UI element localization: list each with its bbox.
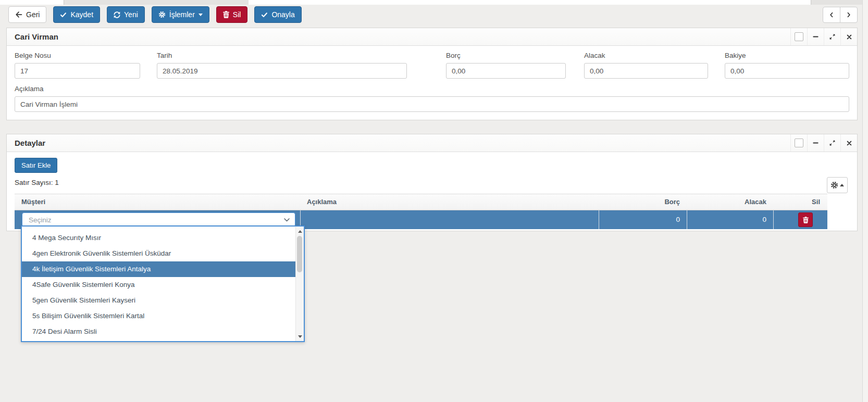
- expand-icon: [829, 33, 836, 40]
- toolbar: Geri Kaydet Yeni İşlemler Sil Onayla: [8, 6, 302, 23]
- musteri-combobox[interactable]: [22, 212, 295, 227]
- expand-button[interactable]: [824, 134, 840, 152]
- musteri-dropdown: 4 Mega Securıty Mısır 4gen Elektronik Gü…: [21, 225, 305, 342]
- close-icon: [846, 140, 852, 146]
- panel-detaylar-header: Detaylar: [7, 134, 857, 152]
- delete-button-label: Sil: [233, 10, 241, 19]
- save-button-label: Kaydet: [70, 10, 93, 19]
- panel-window-controls: [790, 28, 857, 45]
- header-cell-alacak: Alacak: [687, 194, 773, 210]
- belge-nosu-input[interactable]: [15, 63, 140, 79]
- header-cell-borc: Borç: [599, 194, 687, 210]
- header-cell-sil: Sil: [773, 194, 827, 210]
- alacak-field: Alacak: [584, 52, 708, 79]
- header-cell-musteri: Müşteri: [15, 194, 300, 210]
- sil-cell: [773, 210, 827, 229]
- panel-select-checkbox-cell[interactable]: [790, 28, 807, 45]
- dropdown-option[interactable]: 5s Bilişim Güvenlik Sistemleri Kartal: [22, 308, 295, 324]
- header-cell-aciklama: Açıklama: [300, 194, 599, 210]
- close-icon: [846, 34, 852, 40]
- alacak-input[interactable]: [584, 63, 708, 79]
- new-button-label: Yeni: [124, 10, 138, 19]
- panel-cari-virman: Cari Virman Belge Nosu Tarih Borç Alacak: [6, 28, 858, 120]
- delete-button[interactable]: Sil: [216, 6, 248, 23]
- caret-down-icon: [199, 14, 203, 16]
- page-scrollbar[interactable]: [862, 0, 868, 402]
- chevron-right-icon: [846, 11, 852, 18]
- panel-select-checkbox-cell[interactable]: [790, 134, 807, 152]
- save-button[interactable]: Kaydet: [53, 6, 100, 23]
- chevron-left-icon: [828, 11, 835, 18]
- dropdown-scrollbar[interactable]: [295, 227, 304, 341]
- minus-icon: [812, 140, 819, 146]
- grid-settings-button[interactable]: [827, 177, 848, 193]
- panel-detaylar-body: Satır Ekle Satır Sayısı: 1 Müşteri Açıkl…: [7, 152, 857, 237]
- expand-button[interactable]: [824, 28, 840, 45]
- approve-button[interactable]: Onayla: [254, 6, 301, 23]
- dropdown-option-highlighted[interactable]: 4k İletişim Güvenlik Sistemleri Antalya: [22, 261, 295, 277]
- close-button[interactable]: [840, 134, 857, 152]
- alacak-cell[interactable]: 0: [687, 210, 773, 229]
- dropdown-option[interactable]: 4gen Elektronik Güvenlik Sistemleri Üskü…: [22, 246, 295, 261]
- check-icon: [60, 11, 67, 18]
- belge-nosu-field: Belge Nosu: [15, 52, 140, 79]
- new-button[interactable]: Yeni: [107, 6, 145, 23]
- bakiye-label: Bakiye: [725, 52, 849, 59]
- operations-button-label: İşlemler: [169, 10, 195, 19]
- top-strip-segment: [249, 0, 811, 5]
- borc-label: Borç: [446, 52, 566, 59]
- back-button-label: Geri: [26, 10, 40, 19]
- dropdown-option[interactable]: 5gen Güvenlik Sistemleri Kayseri: [22, 293, 295, 308]
- panel-select-checkbox[interactable]: [795, 139, 803, 147]
- borc-cell[interactable]: 0: [599, 210, 687, 229]
- delete-row-button[interactable]: [798, 212, 813, 227]
- prev-page-button[interactable]: [823, 7, 840, 23]
- scroll-up-button[interactable]: [296, 227, 304, 235]
- scroll-thumb[interactable]: [297, 236, 302, 272]
- scroll-down-button[interactable]: [296, 332, 304, 341]
- panel-title: Cari Virman: [7, 32, 58, 41]
- aciklama-field: Açıklama: [15, 85, 849, 112]
- row-count-label: Satır Sayısı: 1: [15, 179, 849, 186]
- arrow-left-icon: [15, 11, 22, 18]
- gear-icon: [158, 11, 166, 18]
- back-button[interactable]: Geri: [8, 6, 46, 23]
- borc-field: Borç: [446, 52, 566, 79]
- close-button[interactable]: [840, 28, 857, 45]
- grid-header-row: Müşteri Açıklama Borç Alacak Sil: [15, 194, 827, 210]
- aciklama-input[interactable]: [15, 96, 849, 112]
- collapse-button[interactable]: [807, 134, 824, 152]
- add-row-button-label: Satır Ekle: [21, 161, 51, 169]
- add-row-button[interactable]: Satır Ekle: [15, 158, 57, 173]
- musteri-combobox-input[interactable]: [28, 216, 284, 224]
- dropdown-option[interactable]: 4Safe Güvenlik Sistemleri Konya: [22, 277, 295, 293]
- panel-cari-virman-body: Belge Nosu Tarih Borç Alacak Bakiye Açık…: [7, 46, 857, 120]
- collapse-button[interactable]: [807, 28, 824, 45]
- next-page-button[interactable]: [840, 7, 858, 23]
- tarih-input[interactable]: [157, 63, 407, 79]
- panel-select-checkbox[interactable]: [795, 32, 803, 41]
- panel-cari-virman-header: Cari Virman: [7, 28, 857, 46]
- dropdown-option-list: 4 Mega Securıty Mısır 4gen Elektronik Gü…: [22, 227, 295, 341]
- details-grid: Müşteri Açıklama Borç Alacak Sil 0 0: [15, 194, 827, 229]
- pager: [823, 7, 858, 23]
- top-strip: [0, 0, 862, 5]
- panel-window-controls: [790, 134, 857, 152]
- aciklama-cell[interactable]: [300, 210, 599, 229]
- chevron-down-icon[interactable]: [284, 218, 290, 222]
- tarih-label: Tarih: [157, 52, 407, 59]
- trash-icon: [223, 11, 229, 18]
- top-strip-segment: [0, 0, 64, 5]
- approve-button-label: Onayla: [271, 10, 294, 19]
- operations-button[interactable]: İşlemler: [152, 6, 209, 23]
- expand-icon: [829, 140, 836, 146]
- aciklama-label: Açıklama: [15, 85, 849, 93]
- dropdown-option[interactable]: 4 Mega Securıty Mısır: [22, 230, 295, 246]
- refresh-icon: [114, 11, 120, 18]
- borc-input[interactable]: [446, 63, 566, 79]
- check-icon: [261, 11, 268, 18]
- minus-icon: [812, 33, 819, 40]
- bakiye-input[interactable]: [725, 63, 849, 79]
- belge-nosu-label: Belge Nosu: [15, 52, 140, 59]
- dropdown-option[interactable]: 7/24 Desi Alarm Sisli: [22, 324, 295, 340]
